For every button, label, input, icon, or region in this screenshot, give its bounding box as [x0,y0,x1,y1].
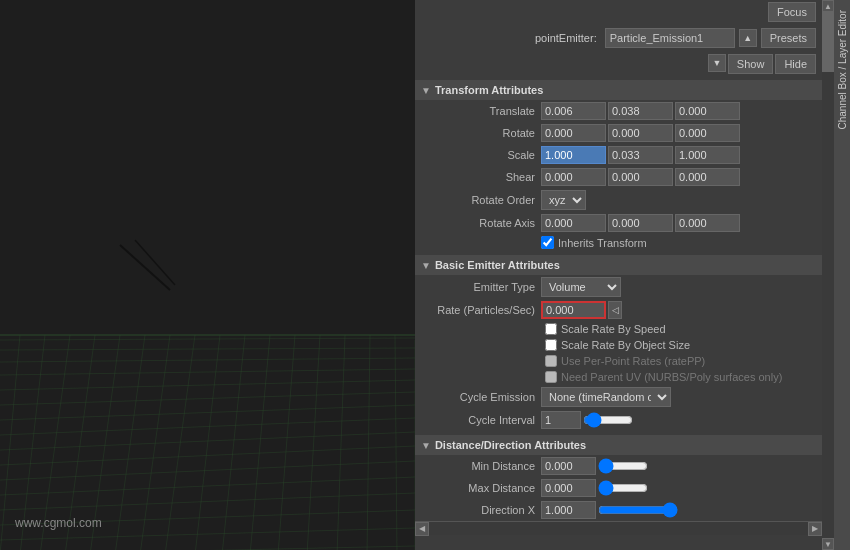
cycle-emission-select[interactable]: None (timeRandom off) Sequential [541,387,671,407]
show-hide-row: ▼ Show Hide [415,52,822,76]
scale-x[interactable] [541,146,606,164]
cycle-emission-label: Cycle Emission [421,391,541,403]
min-distance-row: Min Distance [415,455,822,477]
per-point-rates-label: Use Per-Point Rates (ratePP) [561,355,705,367]
emitter-type-select[interactable]: Volume Omni Directional Surface Curve [541,277,621,297]
direction-x-group [541,501,816,519]
cycle-interval-input[interactable] [541,411,581,429]
inherits-transform-checkbox[interactable] [541,236,554,249]
distance-direction-arrow-icon: ▼ [421,440,431,451]
cycle-emission-dropdown: None (timeRandom off) Sequential [541,387,671,407]
scale-rate-size-row: Scale Rate By Object Size [415,337,822,353]
show-button[interactable]: Show [728,54,774,74]
inherits-transform-label: Inherits Transform [558,237,647,249]
translate-y[interactable] [608,102,673,120]
shear-fields [541,168,816,186]
emitter-type-row: Emitter Type Volume Omni Directional Sur… [415,275,822,299]
scroll-down-btn[interactable]: ▼ [822,538,834,550]
transform-attributes-header[interactable]: ▼ Transform Attributes [415,80,822,100]
direction-x-row: Direction X [415,499,822,521]
distance-direction-title: Distance/Direction Attributes [435,439,586,451]
rotate-axis-x[interactable] [541,214,606,232]
scale-row: Scale [415,144,822,166]
rate-fields: ◁ [541,301,816,319]
cycle-interval-label: Cycle Interval [421,414,541,426]
translate-x[interactable] [541,102,606,120]
rotate-fields [541,124,816,142]
translate-row: Translate [415,100,822,122]
direction-x-input[interactable] [541,501,596,519]
properties-panel[interactable]: Focus pointEmitter: ▲ Presets ▼ Show Hid… [415,0,822,550]
rotate-axis-row: Rotate Axis [415,212,822,234]
rotate-label: Rotate [421,127,541,139]
side-tab[interactable]: Channel Box / Layer Editor [834,0,850,550]
scroll-track [822,12,834,538]
emitter-input[interactable] [605,28,735,48]
scale-rate-speed-label: Scale Rate By Speed [561,323,666,335]
rotate-x[interactable] [541,124,606,142]
shear-z[interactable] [675,168,740,186]
scale-rate-speed-row: Scale Rate By Speed [415,321,822,337]
min-distance-group [541,457,816,475]
min-distance-label: Min Distance [421,460,541,472]
svg-rect-0 [0,0,415,550]
presets-button[interactable]: Presets [761,28,816,48]
emitter-arrow-up[interactable]: ▲ [739,29,757,47]
rate-label: Rate (Particles/Sec) [421,304,541,316]
shear-y[interactable] [608,168,673,186]
rotate-order-select[interactable]: xyz yzx zxy [541,190,586,210]
cycle-interval-slider[interactable] [583,413,633,427]
rate-slider-icon[interactable]: ◁ [608,301,622,319]
focus-button[interactable]: Focus [768,2,816,22]
transform-arrow-icon: ▼ [421,85,431,96]
shear-x[interactable] [541,168,606,186]
rotate-z[interactable] [675,124,740,142]
vertical-scrollbar[interactable]: ▲ ▼ [822,0,834,550]
translate-label: Translate [421,105,541,117]
basic-emitter-title: Basic Emitter Attributes [435,259,560,271]
cycle-interval-row: Cycle Interval [415,409,822,431]
basic-emitter-arrow-icon: ▼ [421,260,431,271]
scroll-up-btn[interactable]: ▲ [822,0,834,12]
per-point-rates-checkbox[interactable] [545,355,557,367]
rotate-order-dropdown: xyz yzx zxy [541,190,586,210]
scale-y[interactable] [608,146,673,164]
scale-label: Scale [421,149,541,161]
shear-row: Shear [415,166,822,188]
hide-button[interactable]: Hide [775,54,816,74]
max-distance-row: Max Distance [415,477,822,499]
transform-attributes-title: Transform Attributes [435,84,543,96]
scale-z[interactable] [675,146,740,164]
rotate-y[interactable] [608,124,673,142]
max-distance-slider[interactable] [598,481,648,495]
basic-emitter-header[interactable]: ▼ Basic Emitter Attributes [415,255,822,275]
scale-rate-size-checkbox[interactable] [545,339,557,351]
scroll-thumb[interactable] [822,12,834,72]
rate-row: Rate (Particles/Sec) ◁ [415,299,822,321]
min-distance-input[interactable] [541,457,596,475]
point-emitter-label: pointEmitter: [535,32,597,44]
scale-fields [541,146,816,164]
emitter-arrow-down[interactable]: ▼ [708,54,726,72]
min-distance-slider[interactable] [598,459,648,473]
need-parent-uv-row: Need Parent UV (NURBS/Poly surfaces only… [415,369,822,385]
top-bar: pointEmitter: ▲ Presets [415,24,822,52]
direction-x-slider[interactable] [598,503,678,517]
scale-rate-size-label: Scale Rate By Object Size [561,339,690,351]
rotate-order-row: Rotate Order xyz yzx zxy [415,188,822,212]
need-parent-uv-checkbox[interactable] [545,371,557,383]
translate-z[interactable] [675,102,740,120]
rotate-axis-y[interactable] [608,214,673,232]
distance-direction-header[interactable]: ▼ Distance/Direction Attributes [415,435,822,455]
max-distance-input[interactable] [541,479,596,497]
viewport: www.cgmol.com [0,0,415,550]
side-tab-label[interactable]: Channel Box / Layer Editor [837,10,848,130]
rate-input[interactable] [541,301,606,319]
rotate-axis-z[interactable] [675,214,740,232]
direction-x-label: Direction X [421,504,541,516]
bottom-scrollbar: ◀ ▶ [415,521,822,535]
translate-fields [541,102,816,120]
scroll-left-btn[interactable]: ◀ [415,522,429,536]
scroll-right-btn[interactable]: ▶ [808,522,822,536]
scale-rate-speed-checkbox[interactable] [545,323,557,335]
